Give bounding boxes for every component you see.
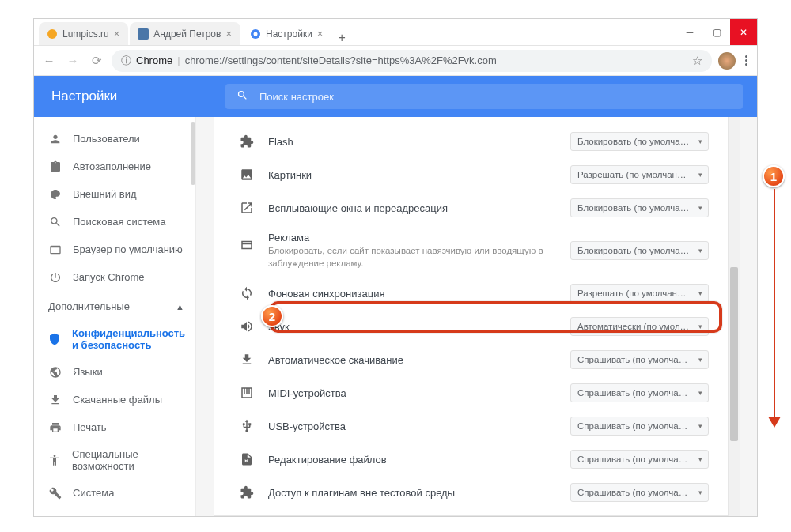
- reload-button[interactable]: ⟳: [88, 52, 105, 70]
- shield-icon: [48, 333, 61, 346]
- perm-label: Доступ к плагинам вне тестовой среды: [268, 487, 455, 499]
- tab-vk[interactable]: Андрей Петров ×: [130, 22, 240, 45]
- maximize-button[interactable]: ▢: [703, 19, 730, 45]
- svg-point-3: [254, 32, 258, 36]
- perm-label: Всплывающие окна и переадресация: [268, 202, 448, 214]
- search-icon: [237, 89, 248, 104]
- settings-search[interactable]: Поиск настроек: [225, 84, 743, 109]
- sidebar-item-default-browser[interactable]: Браузер по умолчанию: [34, 236, 195, 263]
- favicon-settings: [250, 28, 261, 40]
- browser-icon: [48, 243, 62, 256]
- toolbar: ← → ⟳ ⓘ Chrome | chrome://settings/conte…: [34, 46, 757, 76]
- power-icon: [48, 270, 62, 284]
- back-button[interactable]: ←: [40, 52, 58, 70]
- minimize-button[interactable]: ─: [676, 19, 703, 45]
- perm-select-plugins[interactable]: Спрашивать (по умолчанию): [570, 483, 709, 502]
- perm-row-usb: USB-устройства Спрашивать (по умолчанию): [214, 409, 728, 443]
- scrollbar-thumb[interactable]: [730, 267, 738, 441]
- perm-row-popups: Всплывающие окна и переадресация Блокиро…: [214, 191, 728, 224]
- scrollbar-thumb[interactable]: [191, 122, 195, 185]
- content-scrollbar[interactable]: [729, 117, 740, 516]
- sidebar-item-accessibility[interactable]: Специальные возможности: [34, 441, 195, 479]
- tab-label: Андрей Петров: [153, 28, 221, 40]
- download-icon: [240, 353, 254, 367]
- sidebar-item-label: Браузер по умолчанию: [73, 243, 183, 255]
- address-scheme: Chrome: [136, 55, 172, 66]
- sidebar-item-users[interactable]: Пользователи: [34, 125, 195, 153]
- sidebar-item-label: Печать: [73, 421, 107, 433]
- perm-label: Автоматическое скачивание: [268, 354, 403, 366]
- sidebar-item-system[interactable]: Система: [34, 479, 195, 507]
- settings-sidebar: Пользователи Автозаполнение Внешний вид …: [34, 117, 196, 516]
- sidebar-item-label: Скачанные файлы: [73, 394, 162, 406]
- sidebar-item-print[interactable]: Печать: [34, 413, 195, 441]
- search-placeholder: Поиск настроек: [259, 91, 334, 103]
- close-icon[interactable]: ×: [225, 28, 232, 40]
- perm-select-sound[interactable]: Автоматически (по умолчан: [570, 317, 709, 336]
- tab-label: Настройки: [266, 28, 312, 40]
- clipboard-icon: [48, 160, 62, 173]
- perm-select-fileedit[interactable]: Спрашивать (по умолчанию): [570, 450, 709, 469]
- sidebar-item-label: Поисковая система: [73, 216, 166, 228]
- sidebar-item-on-startup[interactable]: Запуск Chrome: [34, 263, 195, 291]
- sidebar-item-label: Система: [73, 487, 114, 499]
- close-icon[interactable]: ×: [114, 28, 120, 40]
- new-tab-button[interactable]: +: [331, 31, 351, 45]
- bookmark-icon[interactable]: ☆: [692, 54, 702, 68]
- window-close-button[interactable]: ✕: [730, 19, 757, 45]
- callout-badge-1: 1: [763, 165, 785, 187]
- perm-select-popups[interactable]: Блокировать (по умолчанию): [570, 198, 709, 217]
- perm-label: Реклама: [268, 232, 309, 243]
- puzzle-icon: [240, 134, 254, 149]
- settings-header: Настройки Поиск настроек: [34, 76, 757, 117]
- perm-select-images[interactable]: Разрешать (по умолчанию): [570, 165, 709, 184]
- profile-avatar[interactable]: [718, 52, 736, 70]
- sidebar-item-privacy-security[interactable]: Конфиденциальность и безопасность: [34, 320, 195, 358]
- print-icon: [48, 421, 62, 434]
- perm-row-ads: Реклама Блокировать, если сайт показывае…: [214, 224, 728, 277]
- wrench-icon: [48, 486, 62, 500]
- address-text: chrome://settings/content/siteDetails?si…: [185, 55, 687, 66]
- sidebar-item-label: Специальные возможности: [72, 448, 189, 472]
- ads-icon: [240, 238, 254, 252]
- sidebar-item-appearance[interactable]: Внешний вид: [34, 180, 195, 208]
- tab-settings[interactable]: Настройки ×: [242, 22, 331, 45]
- usb-icon: [240, 419, 254, 433]
- perm-select-midi[interactable]: Спрашивать (по умолчанию): [570, 383, 709, 402]
- file-edit-icon: [240, 452, 254, 466]
- download-icon: [48, 393, 62, 406]
- sidebar-section-advanced[interactable]: Дополнительные ▲: [34, 291, 195, 320]
- sidebar-item-downloads[interactable]: Скачанные файлы: [34, 386, 195, 413]
- palette-icon: [48, 187, 62, 201]
- sidebar-item-label: Запуск Chrome: [73, 271, 145, 283]
- sidebar-item-label: Внешний вид: [73, 188, 137, 200]
- site-details-card: Flash Блокировать (по умолчанию) Картинк…: [214, 117, 729, 516]
- address-bar[interactable]: ⓘ Chrome | chrome://settings/content/sit…: [112, 50, 712, 72]
- sidebar-item-label: Языки: [73, 366, 103, 378]
- sidebar-item-autofill[interactable]: Автозаполнение: [34, 153, 195, 180]
- perm-row-images: Картинки Разрешать (по умолчанию): [214, 158, 728, 191]
- annotation-arrow: [774, 189, 775, 426]
- tab-lumpics[interactable]: Lumpics.ru ×: [39, 22, 128, 45]
- person-icon: [48, 132, 62, 145]
- perm-select-sync[interactable]: Разрешать (по умолчанию): [570, 284, 709, 303]
- close-icon[interactable]: ×: [317, 28, 324, 40]
- tab-label: Lumpics.ru: [62, 28, 109, 40]
- perm-label: Фоновая синхронизация: [268, 288, 384, 300]
- sidebar-item-languages[interactable]: Языки: [34, 358, 195, 386]
- image-icon: [240, 168, 254, 182]
- perm-select-flash[interactable]: Блокировать (по умолчанию): [570, 132, 709, 151]
- perm-row-unsandboxed-plugins: Доступ к плагинам вне тестовой среды Спр…: [214, 476, 728, 509]
- sidebar-item-label: Автозаполнение: [73, 160, 151, 172]
- perm-label: Редактирование файлов: [268, 454, 387, 466]
- popup-icon: [240, 201, 254, 215]
- perm-select-usb[interactable]: Спрашивать (по умолчанию): [570, 417, 709, 436]
- forward-button[interactable]: →: [64, 52, 81, 70]
- perm-row-background-sync: Фоновая синхронизация Разрешать (по умол…: [214, 277, 728, 310]
- perm-select-autodownload[interactable]: Спрашивать (по умолчанию): [570, 350, 709, 369]
- site-info-icon[interactable]: ⓘ: [121, 54, 131, 68]
- perm-row-midi: MIDI-устройства Спрашивать (по умолчанию…: [214, 376, 728, 409]
- sidebar-item-search-engine[interactable]: Поисковая система: [34, 208, 195, 236]
- kebab-menu-icon[interactable]: [742, 55, 751, 66]
- perm-select-ads[interactable]: Блокировать (по умолчанию): [570, 241, 709, 260]
